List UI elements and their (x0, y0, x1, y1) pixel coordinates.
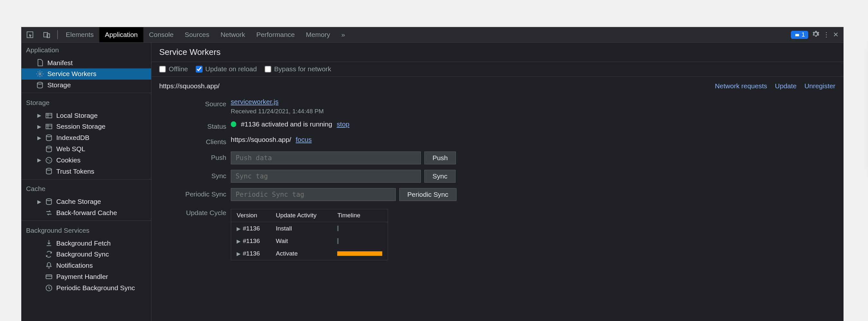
sidebar-section-cache: Cache (22, 182, 151, 196)
tab-application[interactable]: Application (99, 27, 144, 43)
link-stop[interactable]: stop (337, 120, 349, 128)
expand-icon[interactable]: ▶ (237, 239, 243, 244)
label: Bypass for network (274, 65, 332, 73)
close-icon[interactable]: ✕ (833, 31, 839, 38)
label: Payment Handler (56, 273, 108, 281)
link-network-requests[interactable]: Network requests (715, 82, 767, 90)
clock-icon (45, 284, 53, 292)
settings-gear-icon[interactable] (812, 30, 819, 39)
update-cycle-table: Version Update Activity Timeline ▶#1136 … (231, 209, 388, 261)
sidebar-item-service-workers[interactable]: Service Workers (22, 68, 151, 80)
table-icon (45, 122, 53, 130)
tab-console[interactable]: Console (144, 27, 179, 43)
timeline-bar (337, 251, 382, 256)
cookie-icon (45, 156, 53, 164)
sidebar-item-websql[interactable]: ▶Web SQL (22, 143, 151, 155)
sidebar-item-indexeddb[interactable]: ▶IndexedDB (22, 132, 151, 143)
svg-rect-7 (46, 124, 52, 129)
inspect-element-icon[interactable] (22, 31, 38, 38)
col-version: Version (231, 209, 270, 222)
push-input[interactable] (231, 151, 421, 164)
timeline-tick (337, 226, 338, 231)
sidebar-item-payment[interactable]: ▶Payment Handler (22, 271, 151, 283)
col-timeline: Timeline (332, 209, 388, 222)
issues-badge[interactable]: 1 (791, 31, 808, 39)
chk-bypass[interactable]: Bypass for network (265, 65, 331, 73)
table-row: ▶#1136 Install (231, 222, 388, 235)
sidebar-item-bg-sync[interactable]: ▶Background Sync (22, 249, 151, 260)
lbl-clients: Clients (159, 136, 226, 146)
bell-icon (45, 262, 53, 269)
cell: #1136 (243, 250, 260, 257)
sidebar-item-notifications[interactable]: ▶Notifications (22, 260, 151, 271)
sidebar-item-local-storage[interactable]: ▶Local Storage (22, 110, 151, 121)
sidebar-item-storage[interactable]: Storage (22, 80, 151, 91)
tab-memory[interactable]: Memory (300, 27, 336, 43)
sidebar-item-bf-cache[interactable]: ▶Back-forward Cache (22, 207, 151, 219)
sidebar-item-bg-fetch[interactable]: ▶Background Fetch (22, 238, 151, 249)
database-icon (45, 145, 53, 153)
client-url: https://squoosh.app/ (231, 136, 291, 143)
periodic-sync-input[interactable] (231, 188, 396, 201)
database-icon (45, 198, 53, 206)
label: Notifications (56, 262, 93, 269)
device-toggle-icon[interactable] (38, 31, 55, 38)
tabs-overflow-icon[interactable]: » (336, 27, 350, 43)
chrome-sidebar: Application Manifest Service Workers Sto… (22, 43, 151, 321)
svg-rect-6 (46, 113, 52, 118)
arrows-icon (45, 209, 53, 217)
status-dot-icon (231, 121, 236, 127)
svg-point-5 (37, 82, 42, 84)
table-row: ▶#1136 Wait (231, 235, 388, 247)
table-row: ▶#1136 Activate (231, 248, 388, 260)
tab-elements[interactable]: Elements (60, 27, 99, 43)
sw-origin: https://squoosh.app/ (159, 82, 220, 90)
svg-rect-15 (46, 275, 52, 279)
sidebar-item-trust-tokens[interactable]: ▶Trust Tokens (22, 166, 151, 177)
push-button[interactable]: Push (424, 151, 456, 164)
lbl-status: Status (159, 120, 226, 130)
tab-network[interactable]: Network (215, 27, 251, 43)
gear-icon (36, 70, 44, 78)
sw-checkbox-row: Offline Update on reload Bypass for netw… (151, 62, 843, 77)
link-focus[interactable]: focus (296, 136, 312, 143)
lbl-update-cycle: Update Cycle (159, 207, 226, 217)
source-file-link[interactable]: serviceworker.js (231, 98, 324, 106)
label: Web SQL (56, 145, 85, 153)
fetch-icon (45, 239, 53, 247)
source-received: Received 11/24/2021, 1:44:48 PM (231, 108, 324, 115)
label: Cookies (56, 156, 81, 164)
label: Session Storage (56, 122, 105, 130)
label: Offline (169, 65, 188, 73)
chk-offline[interactable]: Offline (159, 65, 188, 73)
more-menu-icon[interactable]: ⋮ (823, 31, 830, 38)
periodic-sync-button[interactable]: Periodic Sync (399, 188, 457, 201)
label: Trust Tokens (56, 168, 94, 175)
sync-icon (45, 250, 53, 258)
expand-icon[interactable]: ▶ (237, 226, 243, 231)
svg-point-10 (46, 157, 52, 163)
cell: Wait (270, 235, 332, 247)
sidebar-item-cache-storage[interactable]: ▶Cache Storage (22, 196, 151, 207)
sync-input[interactable] (231, 170, 421, 183)
table-icon (45, 112, 53, 119)
svg-point-11 (48, 159, 49, 160)
label: Manifest (47, 59, 73, 67)
tab-performance[interactable]: Performance (251, 27, 300, 43)
chk-update-reload[interactable]: Update on reload (196, 65, 257, 73)
label: Cache Storage (56, 198, 101, 206)
col-activity: Update Activity (270, 209, 332, 222)
sidebar-item-periodic-sync[interactable]: ▶Periodic Background Sync (22, 282, 151, 293)
label: IndexedDB (56, 134, 89, 142)
link-unregister[interactable]: Unregister (804, 82, 835, 90)
sync-button[interactable]: Sync (424, 170, 456, 183)
expand-icon[interactable]: ▶ (237, 251, 243, 256)
label: Background Fetch (56, 240, 111, 247)
sidebar-item-cookies[interactable]: ▶Cookies (22, 154, 151, 166)
tab-sources[interactable]: Sources (179, 27, 215, 43)
sidebar-item-manifest[interactable]: Manifest (22, 57, 151, 68)
divider (57, 30, 58, 39)
link-update[interactable]: Update (775, 82, 797, 90)
label: Local Storage (56, 112, 98, 119)
sidebar-item-session-storage[interactable]: ▶Session Storage (22, 121, 151, 132)
